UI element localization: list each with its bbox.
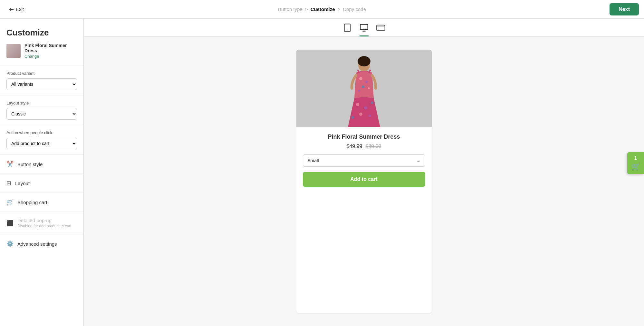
sidebar-item-detailed-popup: ⬛ Detailed pop-up Disabled for add produ… (0, 212, 83, 234)
product-image (296, 50, 432, 127)
product-card-name: Pink Floral Summer Dress (303, 133, 425, 140)
topbar: ⬅ Exit Button type > Customize > Copy co… (0, 0, 644, 19)
svg-point-14 (364, 106, 367, 109)
sidebar-item-advanced-settings[interactable]: ⚙️ Advanced settings (0, 234, 83, 253)
product-card-body: Pink Floral Summer Dress $49.99 $89.00 S… (296, 127, 432, 193)
tablet-icon (343, 23, 352, 32)
popup-icon: ⬛ (6, 220, 14, 227)
price-current: $49.99 (347, 143, 362, 149)
layout-icon: ⊞ (6, 180, 11, 187)
product-price-row: $49.99 $89.00 (303, 143, 425, 149)
tablet-view-button[interactable] (343, 23, 352, 36)
svg-point-16 (359, 113, 362, 116)
svg-rect-3 (377, 25, 385, 30)
product-thumbnail (6, 44, 21, 58)
exit-icon: ⬅ (9, 6, 14, 13)
product-dress-svg (296, 50, 432, 127)
svg-point-13 (356, 103, 359, 106)
price-original: $89.00 (366, 143, 381, 149)
advanced-settings-label: Advanced settings (17, 241, 57, 247)
action-click-select[interactable]: Add product to cart Buy now Go to produc… (6, 138, 77, 149)
layout-label: Layout (15, 181, 30, 186)
sidebar-title: Customize (0, 19, 83, 43)
sidebar-item-button-style[interactable]: ✂️ Button style (0, 154, 83, 173)
product-info: Pink Floral Summer Dress Change (0, 43, 83, 65)
button-style-label: Button style (17, 162, 43, 167)
layout-style-select[interactable]: Classic Modern Minimal (6, 108, 77, 120)
svg-point-18 (351, 116, 354, 119)
breadcrumb-step3: Copy code (343, 6, 366, 12)
layout-style-section: Layout style Classic Modern Minimal (0, 95, 83, 125)
product-text: Pink Floral Summer Dress Change (24, 43, 77, 59)
product-card: Pink Floral Summer Dress $49.99 $89.00 S… (296, 50, 432, 313)
floating-cart-button[interactable]: 1 🛒 (627, 152, 644, 174)
popup-text: Detailed pop-up Disabled for add product… (17, 218, 71, 228)
cart-count: 1 (634, 155, 637, 161)
sidebar-item-shopping-cart[interactable]: 🛒 Shopping cart (0, 193, 83, 212)
sidebar: Customize Pink Floral Summer Dress Chang… (0, 19, 84, 326)
chevron-down-icon: ⌄ (417, 158, 420, 163)
popup-sublabel: Disabled for add product to cart (17, 224, 71, 228)
wide-icon (376, 23, 385, 32)
device-bar (84, 19, 644, 37)
svg-rect-2 (360, 25, 368, 30)
svg-point-12 (358, 90, 360, 92)
breadcrumb-sep2: > (338, 6, 341, 12)
next-button[interactable]: Next (610, 3, 639, 15)
sidebar-item-layout[interactable]: ⊞ Layout (0, 173, 83, 193)
svg-point-15 (371, 102, 373, 104)
svg-point-9 (365, 81, 368, 83)
popup-label: Detailed pop-up (17, 218, 71, 223)
variant-select-row: Small ⌄ (303, 154, 425, 167)
svg-point-17 (369, 114, 371, 117)
action-click-label: Action when people click (6, 130, 77, 135)
desktop-view-button[interactable] (360, 23, 369, 36)
breadcrumb-sep1: > (305, 6, 308, 12)
shopping-cart-icon: 🛒 (6, 199, 14, 206)
scissors-icon: ✂️ (6, 161, 14, 168)
topbar-left: ⬅ Exit (5, 3, 28, 15)
shopping-cart-label: Shopping cart (17, 200, 47, 205)
main-layout: Customize Pink Floral Summer Dress Chang… (0, 19, 644, 326)
breadcrumb-step2: Customize (311, 6, 335, 12)
variant-selected-value: Small (308, 158, 319, 163)
product-thumb-image (6, 44, 21, 58)
action-click-section: Action when people click Add product to … (0, 125, 83, 154)
wide-view-button[interactable] (376, 23, 385, 36)
content-area: Pink Floral Summer Dress $49.99 $89.00 S… (84, 19, 644, 326)
product-name: Pink Floral Summer Dress (24, 43, 77, 53)
desktop-icon (360, 23, 369, 32)
breadcrumb: Button type > Customize > Copy code (278, 6, 366, 12)
preview-area: Pink Floral Summer Dress $49.99 $89.00 S… (290, 37, 438, 326)
breadcrumb-step1: Button type (278, 6, 303, 12)
svg-point-8 (359, 77, 362, 80)
change-link[interactable]: Change (24, 54, 39, 59)
product-variant-select[interactable]: All variants Small Medium Large (6, 78, 77, 90)
product-variant-section: Product variant All variants Small Mediu… (0, 65, 83, 95)
svg-point-6 (358, 56, 370, 66)
variant-select-button[interactable]: Small ⌄ (303, 154, 425, 167)
layout-style-label: Layout style (6, 101, 77, 105)
cart-icon: 🛒 (631, 163, 640, 171)
svg-point-1 (347, 30, 347, 30)
svg-point-10 (362, 85, 364, 88)
exit-label: Exit (16, 6, 24, 12)
add-to-cart-button[interactable]: Add to cart (303, 172, 425, 187)
gear-icon: ⚙️ (6, 240, 14, 247)
svg-point-11 (368, 87, 370, 89)
exit-button[interactable]: ⬅ Exit (5, 3, 28, 15)
product-variant-label: Product variant (6, 71, 77, 76)
